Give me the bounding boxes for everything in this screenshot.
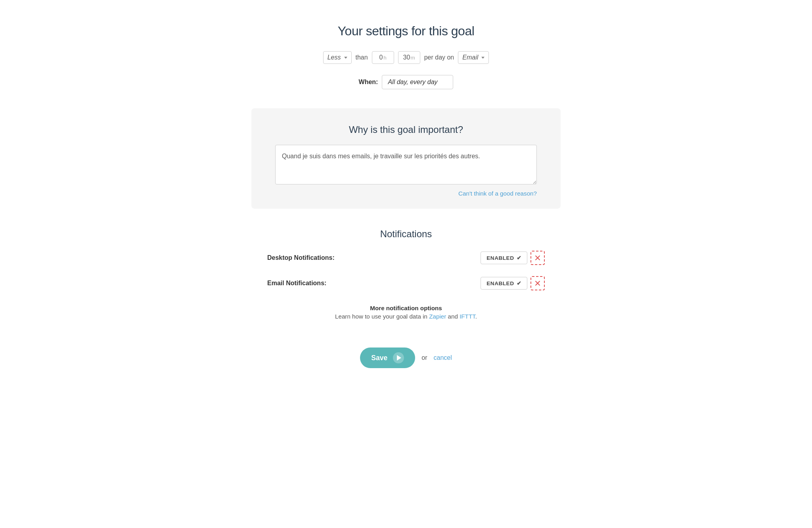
desktop-enabled-button[interactable]: ENABLED ✔: [481, 252, 527, 264]
hours-input[interactable]: 0 h: [372, 51, 394, 64]
more-options-after: .: [475, 313, 477, 320]
save-button[interactable]: Save: [360, 348, 415, 368]
when-value: All day, every day: [388, 79, 437, 86]
play-triangle-icon: [397, 355, 401, 361]
less-caret-icon: [344, 57, 347, 59]
hours-value: 0: [379, 54, 383, 61]
desktop-status: ENABLED: [486, 255, 514, 261]
per-day-text: per day on: [424, 54, 454, 61]
desktop-notification-row: Desktop Notifications: ENABLED ✔: [267, 251, 545, 265]
save-play-icon: [393, 352, 404, 363]
more-options-title: More notification options: [335, 305, 477, 311]
cancel-link[interactable]: cancel: [434, 354, 452, 361]
zapier-link[interactable]: Zapier: [429, 313, 446, 320]
minutes-input[interactable]: 30 m: [398, 51, 420, 64]
cant-think-link[interactable]: Can't think of a good reason?: [275, 190, 537, 197]
email-status: ENABLED: [486, 280, 514, 286]
and-text: and: [448, 313, 458, 320]
desktop-notification-controls: ENABLED ✔: [481, 251, 545, 265]
email-enabled-button[interactable]: ENABLED ✔: [481, 277, 527, 290]
hours-unit: h: [383, 55, 387, 61]
more-options: More notification options Learn how to u…: [335, 305, 477, 320]
desktop-disable-button[interactable]: [530, 251, 545, 265]
page-title: Your settings for this goal: [338, 24, 475, 38]
settings-row: Less than 0 h 30 m per day on Email: [323, 51, 489, 64]
notifications-section: Notifications Desktop Notifications: ENA…: [251, 228, 561, 320]
email-check-icon: ✔: [517, 280, 522, 286]
save-button-label: Save: [371, 354, 387, 362]
page-container: Your settings for this goal Less than 0 …: [251, 24, 561, 504]
email-notification-controls: ENABLED ✔: [481, 276, 545, 290]
when-label: When:: [359, 79, 378, 86]
email-notification-label: Email Notifications:: [267, 280, 326, 287]
app-label: Email: [462, 54, 478, 61]
app-dropdown[interactable]: Email: [458, 51, 489, 64]
why-textarea[interactable]: Quand je suis dans mes emails, je travai…: [275, 145, 537, 184]
when-row: When: All day, every day: [359, 75, 454, 89]
less-dropdown[interactable]: Less: [323, 51, 352, 64]
more-options-text: Learn how to use your goal data in Zapie…: [335, 313, 477, 320]
email-notification-row: Email Notifications: ENABLED ✔: [267, 276, 545, 290]
more-options-before: Learn how to use your goal data in: [335, 313, 429, 320]
notification-rows: Desktop Notifications: ENABLED ✔ Email N…: [267, 251, 545, 296]
when-dropdown[interactable]: All day, every day: [382, 75, 453, 89]
app-caret-icon: [481, 57, 485, 59]
why-section: Why is this goal important? Quand je sui…: [251, 108, 561, 209]
save-area: Save or cancel: [360, 348, 452, 368]
desktop-notification-label: Desktop Notifications:: [267, 254, 335, 261]
why-title: Why is this goal important?: [275, 124, 537, 135]
minutes-value: 30: [403, 54, 410, 61]
ifttt-link[interactable]: IFTTT: [460, 313, 475, 320]
less-label: Less: [327, 54, 341, 61]
minutes-unit: m: [410, 55, 415, 61]
than-text: than: [356, 54, 368, 61]
notifications-title: Notifications: [380, 228, 432, 240]
desktop-check-icon: ✔: [517, 255, 522, 261]
or-text: or: [421, 354, 427, 361]
email-disable-button[interactable]: [530, 276, 545, 290]
